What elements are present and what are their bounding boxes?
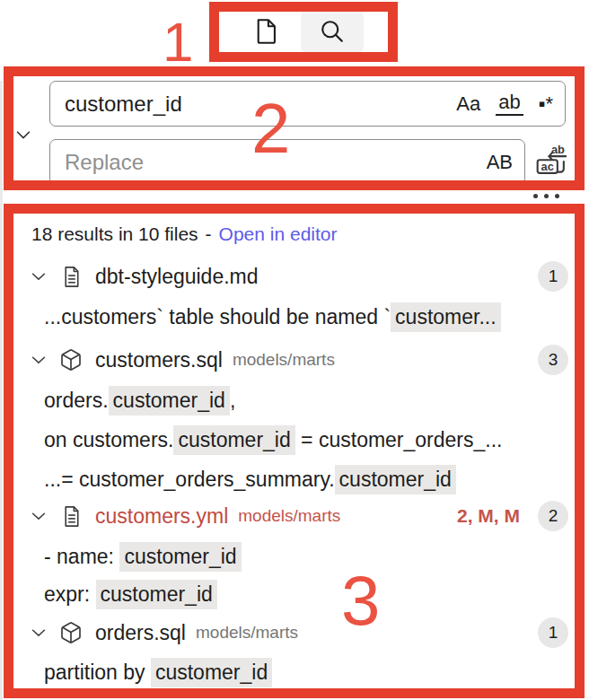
- match-text: = customer_orders_...: [295, 428, 503, 452]
- sidebar-tab-bar: [209, 3, 398, 60]
- match-text: orders.: [44, 389, 109, 413]
- preserve-case-toggle[interactable]: AB: [487, 153, 513, 172]
- match-text: on customers.: [44, 428, 173, 452]
- match-row[interactable]: - name: customer_id: [13, 539, 574, 573]
- open-in-editor-link[interactable]: Open in editor: [219, 223, 338, 245]
- match-count-badge: 3: [538, 345, 568, 375]
- match-row[interactable]: ...customers` table should be named `cus…: [13, 300, 574, 334]
- match-text: ...= customer_orders_summary.: [44, 468, 335, 492]
- match-text: expr:: [44, 582, 96, 607]
- chevron-down-icon[interactable]: [28, 505, 49, 527]
- match-highlight: customer_id: [151, 658, 272, 687]
- more-actions-icon[interactable]: [533, 194, 559, 198]
- match-text: ,: [230, 389, 235, 413]
- tab-search[interactable]: [301, 8, 364, 55]
- match-highlight: customer_id: [173, 425, 294, 455]
- match-text: - name:: [44, 545, 119, 569]
- match-row[interactable]: partition by customer_id: [13, 655, 574, 689]
- search-results-list: 18 results in 10 files - Open in editor …: [13, 214, 574, 687]
- search-option-toggles: Aa ab ▪*: [456, 81, 553, 127]
- search-icon: [317, 16, 347, 47]
- results-summary-row: 18 results in 10 files - Open in editor: [13, 217, 574, 251]
- match-highlight: customer_id: [119, 542, 241, 572]
- search-sidebar: Aa ab ▪* AB ab ac: [0, 0, 589, 700]
- match-text: partition by: [44, 661, 151, 685]
- search-input-container: Aa ab ▪*: [49, 81, 566, 127]
- match-row[interactable]: ...= customer_orders_summary.customer_id: [13, 462, 574, 496]
- sidebar-edge-divider: [0, 81, 3, 700]
- match-count-badge: 1: [538, 617, 568, 648]
- match-row[interactable]: orders.customer_id,: [13, 383, 574, 417]
- file-row-dbt-styleguide[interactable]: dbt-styleguide.md 1: [13, 259, 574, 293]
- match-row[interactable]: on customers.customer_id = customer_orde…: [13, 423, 574, 457]
- chevron-down-icon[interactable]: [28, 266, 49, 287]
- whole-word-toggle[interactable]: ab: [496, 92, 523, 116]
- match-highlight: customer...: [391, 302, 500, 332]
- results-summary: 18 results in 10 files: [31, 223, 198, 245]
- match-highlight: customer_id: [109, 386, 230, 416]
- match-count-badge: 1: [538, 261, 568, 292]
- regex-toggle[interactable]: ▪*: [539, 94, 553, 114]
- file-name: customers.yml: [95, 504, 228, 529]
- match-highlight: customer_id: [335, 465, 456, 494]
- document-icon: [58, 264, 84, 289]
- document-icon: [58, 503, 84, 529]
- chevron-down-icon[interactable]: [28, 622, 49, 643]
- file-path: models/marts: [196, 623, 298, 643]
- chevron-down-icon[interactable]: [28, 349, 49, 371]
- file-row-orders-sql[interactable]: orders.sql models/marts 1: [13, 616, 574, 650]
- file-name: dbt-styleguide.md: [95, 265, 259, 289]
- replace-input-container: AB: [49, 139, 525, 185]
- svg-text:ab: ab: [551, 143, 565, 156]
- problems-git-decoration: 2, M, M: [457, 505, 520, 527]
- toggle-replace-chevron-icon[interactable]: [13, 125, 33, 144]
- annotation-number-1: 1: [163, 14, 193, 70]
- svg-text:ac: ac: [541, 161, 554, 174]
- match-highlight: customer_id: [96, 580, 217, 609]
- summary-separator: -: [206, 223, 212, 245]
- search-panel: Aa ab ▪* AB ab ac: [13, 78, 574, 179]
- file-row-customers-yml[interactable]: customers.yml models/marts 2, M, M 2: [13, 499, 574, 533]
- match-text: ...customers` table should be named `: [44, 305, 391, 329]
- new-file-icon: [250, 16, 280, 47]
- file-name: customers.sql: [95, 348, 223, 372]
- replace-all-icon[interactable]: ab ac: [533, 143, 571, 180]
- match-row[interactable]: expr: customer_id: [13, 577, 574, 611]
- file-name: orders.sql: [95, 621, 186, 645]
- file-row-customers-sql[interactable]: customers.sql models/marts 3: [13, 343, 574, 377]
- cube-icon: [58, 620, 84, 645]
- file-path: models/marts: [238, 506, 340, 526]
- replace-option-toggles: AB: [487, 139, 513, 185]
- tab-explorer[interactable]: [243, 8, 286, 55]
- replace-input[interactable]: [49, 139, 525, 185]
- cube-icon: [58, 347, 84, 372]
- match-count-badge: 2: [538, 501, 568, 531]
- match-case-toggle[interactable]: Aa: [456, 94, 480, 114]
- file-path: models/marts: [233, 350, 335, 370]
